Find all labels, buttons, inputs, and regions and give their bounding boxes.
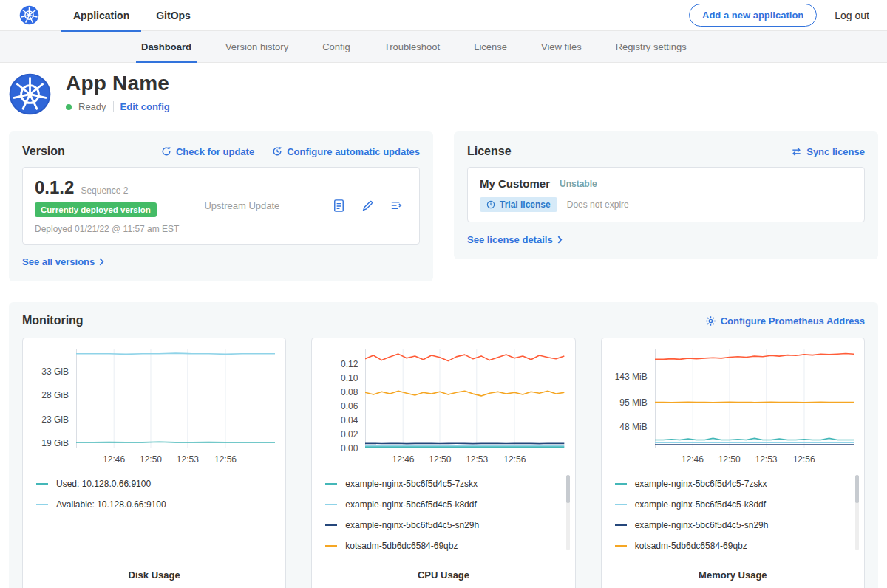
deployed-status-badge: Currently deployed version bbox=[35, 202, 157, 217]
chart-title: CPU Usage bbox=[322, 562, 564, 584]
legend-color-line bbox=[615, 524, 627, 526]
legend-label: example-nginx-5bc6f5d4c5-k8ddf bbox=[345, 499, 476, 510]
deploy-logs-icon[interactable] bbox=[389, 198, 404, 213]
edit-config-values-icon[interactable] bbox=[360, 198, 375, 213]
x-axis-tick-label: 12:50 bbox=[429, 454, 451, 465]
legend-scrollbar[interactable] bbox=[566, 475, 570, 550]
tab-view-files[interactable]: View files bbox=[524, 31, 599, 62]
legend-label: example-nginx-5bc6f5d4c5-k8ddf bbox=[635, 499, 766, 510]
x-axis-tick-label: 12:46 bbox=[682, 454, 704, 465]
chevron-right-icon bbox=[557, 236, 563, 244]
y-axis-tick-label: 23 GiB bbox=[41, 414, 69, 425]
current-version-panel: 0.1.2 Sequence 2 Currently deployed vers… bbox=[22, 167, 420, 245]
tab-config[interactable]: Config bbox=[305, 31, 367, 62]
tab-troubleshoot[interactable]: Troubleshoot bbox=[367, 31, 457, 62]
y-axis-tick-label: 0.10 bbox=[341, 373, 358, 383]
tab-license[interactable]: License bbox=[457, 31, 524, 62]
see-license-details-link[interactable]: See license details bbox=[467, 234, 563, 245]
edit-config-link[interactable]: Edit config bbox=[120, 101, 170, 112]
x-axis-tick-label: 12:50 bbox=[140, 454, 162, 465]
legend-item: Available: 10.128.0.66:9100 bbox=[36, 494, 275, 515]
series-line bbox=[365, 391, 564, 396]
legend-color-line bbox=[36, 483, 48, 485]
configure-prometheus-label: Configure Prometheus Address bbox=[721, 315, 865, 327]
y-axis-tick-label: 143 MiB bbox=[615, 372, 648, 382]
x-axis: 12:4612:5012:5312:56 bbox=[655, 448, 854, 468]
tab-version-history[interactable]: Version history bbox=[208, 31, 305, 62]
configure-automatic-updates-link[interactable]: Configure automatic updates bbox=[272, 146, 420, 157]
legend-label: Available: 10.128.0.66:9100 bbox=[56, 499, 166, 510]
scrollbar-thumb[interactable] bbox=[566, 475, 570, 503]
legend-label: example-nginx-5bc6f5d4c5-sn29h bbox=[345, 520, 479, 530]
series-line bbox=[655, 402, 854, 403]
gear-icon bbox=[705, 315, 716, 327]
scrollbar-thumb[interactable] bbox=[855, 475, 859, 503]
chart-panel-disk-usage: 33 GiB28 GiB23 GiB19 GiB 12:4612:5012:53… bbox=[22, 338, 286, 588]
tab-dashboard[interactable]: Dashboard bbox=[124, 31, 208, 62]
x-axis-tick-label: 12:53 bbox=[755, 454, 777, 465]
configure-automatic-updates-label: Configure automatic updates bbox=[287, 146, 420, 157]
license-card-title: License bbox=[467, 145, 512, 158]
y-axis-tick-label: 33 GiB bbox=[41, 366, 69, 377]
legend-item: example-nginx-5bc6f5d4c5-k8ddf bbox=[325, 494, 564, 515]
y-axis-tick-label: 0.12 bbox=[341, 359, 358, 369]
tab-application[interactable]: Application bbox=[60, 0, 143, 31]
y-axis: 33 GiB28 GiB23 GiB19 GiB bbox=[33, 349, 76, 448]
ready-status-dot bbox=[66, 104, 72, 110]
see-all-versions-link[interactable]: See all versions bbox=[22, 256, 104, 267]
series-line bbox=[76, 353, 275, 354]
tab-registry-settings[interactable]: Registry settings bbox=[599, 31, 704, 62]
x-axis: 12:4612:5012:5312:56 bbox=[76, 448, 275, 468]
y-axis: 0.120.100.080.060.040.020.00 bbox=[322, 349, 365, 448]
x-axis-tick-label: 12:56 bbox=[214, 454, 237, 465]
version-card-title: Version bbox=[22, 145, 65, 158]
legend-scrollbar[interactable] bbox=[855, 475, 859, 550]
license-card: License Sync license My Customer Unstabl… bbox=[454, 131, 878, 259]
configure-prometheus-link[interactable]: Configure Prometheus Address bbox=[705, 315, 865, 327]
legend-color-line bbox=[36, 504, 48, 505]
x-axis-tick-label: 12:50 bbox=[718, 454, 741, 465]
chart-title: Disk Usage bbox=[33, 562, 275, 584]
check-for-update-link[interactable]: Check for update bbox=[161, 146, 254, 157]
legend-item: example-nginx-5bc6f5d4c5-7zskx bbox=[615, 474, 854, 494]
y-axis-tick-label: 95 MiB bbox=[619, 397, 647, 408]
legend-item: example-nginx-5bc6f5d4c5-sn29h bbox=[325, 515, 564, 536]
cards-row: Version Check for update Configure autom… bbox=[0, 127, 887, 281]
sync-license-link[interactable]: Sync license bbox=[791, 146, 865, 157]
add-application-button[interactable]: Add a new application bbox=[689, 4, 817, 27]
schedule-update-icon bbox=[272, 146, 282, 157]
series-line bbox=[365, 354, 564, 361]
version-card: Version Check for update Configure autom… bbox=[9, 131, 433, 281]
kubernetes-logo-icon[interactable] bbox=[19, 5, 39, 25]
check-for-update-label: Check for update bbox=[176, 146, 254, 157]
legend-color-line bbox=[325, 504, 337, 505]
legend-item: kotsadm-5db6dc6584-69qbz bbox=[325, 536, 564, 556]
chart-title: Memory Usage bbox=[612, 562, 854, 584]
y-axis-tick-label: 0.00 bbox=[341, 443, 358, 454]
license-type-label: Trial license bbox=[500, 199, 551, 210]
refresh-icon bbox=[161, 146, 171, 157]
legend-label: example-nginx-5bc6f5d4c5-7zskx bbox=[635, 479, 767, 489]
release-notes-icon[interactable] bbox=[331, 198, 347, 213]
license-type-badge: Trial license bbox=[480, 197, 557, 212]
channel-label: Unstable bbox=[560, 179, 597, 189]
legend-color-line bbox=[615, 504, 627, 505]
legend-label: kotsadm-5db6dc6584-69qbz bbox=[635, 541, 747, 551]
series-line bbox=[76, 442, 275, 442]
top-nav: Application GitOps Add a new application… bbox=[0, 0, 887, 31]
legend-item: Used: 10.128.0.66:9100 bbox=[36, 474, 275, 494]
tab-gitops-label: GitOps bbox=[156, 10, 191, 21]
app-header: App Name Ready Edit config bbox=[0, 63, 887, 127]
sequence-label: Sequence 2 bbox=[81, 185, 128, 196]
expiration-text: Does not expire bbox=[567, 199, 629, 210]
y-axis-tick-label: 48 MiB bbox=[619, 422, 647, 432]
upstream-update-label: Upstream Update bbox=[204, 200, 279, 211]
license-detail-panel: My Customer Unstable Trial license Does … bbox=[467, 167, 865, 222]
chart-plot bbox=[655, 349, 854, 448]
y-axis-tick-label: 28 GiB bbox=[41, 390, 69, 400]
legend-label: Used: 10.128.0.66:9100 bbox=[56, 479, 151, 489]
legend-item: kotsadm-5db6dc6584-69qbz bbox=[615, 536, 854, 556]
logout-link[interactable]: Log out bbox=[835, 10, 869, 21]
tab-gitops[interactable]: GitOps bbox=[143, 0, 204, 31]
y-axis-tick-label: 0.06 bbox=[341, 401, 358, 411]
